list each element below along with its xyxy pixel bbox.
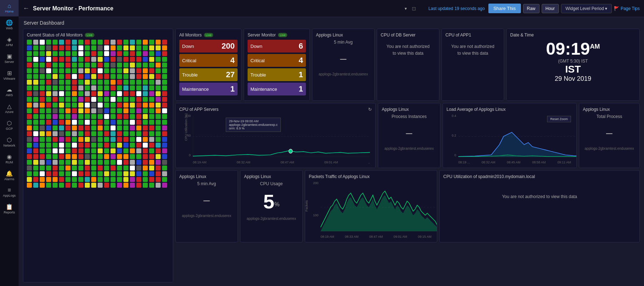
status-dot[interactable] xyxy=(98,45,103,50)
status-dot[interactable] xyxy=(136,171,141,176)
status-dot[interactable] xyxy=(162,120,167,125)
status-dot[interactable] xyxy=(53,166,58,171)
status-dot[interactable] xyxy=(130,114,135,119)
status-dot[interactable] xyxy=(123,63,128,68)
status-dot[interactable] xyxy=(40,103,45,108)
status-dot[interactable] xyxy=(136,143,141,148)
status-dot[interactable] xyxy=(98,97,103,102)
status-dot[interactable] xyxy=(149,63,154,68)
status-dot[interactable] xyxy=(72,91,77,96)
status-dot[interactable] xyxy=(78,183,83,188)
status-dot[interactable] xyxy=(65,45,70,50)
status-dot[interactable] xyxy=(104,40,109,45)
sidebar-item-reports[interactable]: 📋 Reports xyxy=(0,201,19,217)
status-dot[interactable] xyxy=(91,40,96,45)
status-dot[interactable] xyxy=(104,137,109,142)
status-dot[interactable] xyxy=(162,148,167,153)
status-dot[interactable] xyxy=(149,68,154,73)
status-dot[interactable] xyxy=(162,63,167,68)
status-dot[interactable] xyxy=(143,103,148,108)
status-dot[interactable] xyxy=(72,125,77,130)
status-dot[interactable] xyxy=(78,143,83,148)
srv-critical-row[interactable]: Critical 4 xyxy=(248,54,306,67)
status-dot[interactable] xyxy=(78,177,83,182)
status-dot[interactable] xyxy=(162,171,167,176)
status-dot[interactable] xyxy=(33,148,38,153)
status-dot[interactable] xyxy=(78,51,83,56)
status-dot[interactable] xyxy=(123,97,128,102)
status-dot[interactable] xyxy=(136,40,141,45)
status-dot[interactable] xyxy=(46,51,51,56)
sidebar-item-network[interactable]: ⬡ Network xyxy=(0,134,19,151)
status-dot[interactable] xyxy=(149,45,154,50)
sidebar-item-home[interactable]: ⌂ Home xyxy=(0,0,19,16)
status-dot[interactable] xyxy=(33,68,38,73)
status-dot[interactable] xyxy=(156,166,161,171)
status-dot[interactable] xyxy=(46,160,51,165)
status-dot[interactable] xyxy=(59,114,64,119)
status-dot[interactable] xyxy=(162,40,167,45)
status-dot[interactable] xyxy=(53,108,58,113)
status-dot[interactable] xyxy=(78,120,83,125)
status-dot[interactable] xyxy=(136,57,141,62)
status-dot[interactable] xyxy=(111,97,116,102)
status-dot[interactable] xyxy=(130,120,135,125)
status-dot[interactable] xyxy=(65,148,70,153)
status-dot[interactable] xyxy=(72,154,77,159)
status-dot[interactable] xyxy=(59,148,64,153)
status-dot[interactable] xyxy=(33,143,38,148)
status-dot[interactable] xyxy=(91,160,96,165)
status-dot[interactable] xyxy=(53,171,58,176)
status-dot[interactable] xyxy=(111,103,116,108)
status-dot[interactable] xyxy=(117,108,122,113)
status-dot[interactable] xyxy=(123,131,128,136)
status-dot[interactable] xyxy=(65,40,70,45)
status-dot[interactable] xyxy=(149,177,154,182)
status-dot[interactable] xyxy=(117,68,122,73)
status-dot[interactable] xyxy=(136,103,141,108)
status-dot[interactable] xyxy=(123,91,128,96)
status-dot[interactable] xyxy=(123,143,128,148)
status-dot[interactable] xyxy=(59,97,64,102)
status-dot[interactable] xyxy=(98,120,103,125)
status-dot[interactable] xyxy=(85,160,90,165)
status-dot[interactable] xyxy=(143,74,148,79)
status-dot[interactable] xyxy=(130,125,135,130)
all-critical-row[interactable]: Critical 4 xyxy=(179,54,238,67)
status-dot[interactable] xyxy=(72,103,77,108)
status-dot[interactable] xyxy=(143,114,148,119)
status-dot[interactable] xyxy=(72,143,77,148)
status-dot[interactable] xyxy=(130,97,135,102)
status-dot[interactable] xyxy=(143,183,148,188)
status-dot[interactable] xyxy=(117,148,122,153)
status-dot[interactable] xyxy=(162,103,167,108)
status-dot[interactable] xyxy=(104,80,109,85)
share-button[interactable]: Share This xyxy=(488,4,521,13)
status-dot[interactable] xyxy=(98,125,103,130)
status-dot[interactable] xyxy=(162,80,167,85)
status-dot[interactable] xyxy=(91,125,96,130)
status-dot[interactable] xyxy=(149,103,154,108)
hour-button[interactable]: Hour xyxy=(542,4,559,13)
status-dot[interactable] xyxy=(72,40,77,45)
status-dot[interactable] xyxy=(117,120,122,125)
status-dot[interactable] xyxy=(59,57,64,62)
status-dot[interactable] xyxy=(156,120,161,125)
status-dot[interactable] xyxy=(46,57,51,62)
status-dot[interactable] xyxy=(156,148,161,153)
status-dot[interactable] xyxy=(143,63,148,68)
status-dot[interactable] xyxy=(143,45,148,50)
status-dot[interactable] xyxy=(78,131,83,136)
status-dot[interactable] xyxy=(85,143,90,148)
status-dot[interactable] xyxy=(78,148,83,153)
status-dot[interactable] xyxy=(46,125,51,130)
status-dot[interactable] xyxy=(130,45,135,50)
status-dot[interactable] xyxy=(53,68,58,73)
status-dot[interactable] xyxy=(27,80,32,85)
status-dot[interactable] xyxy=(33,183,38,188)
status-dot[interactable] xyxy=(156,68,161,73)
status-dot[interactable] xyxy=(156,97,161,102)
status-dot[interactable] xyxy=(156,137,161,142)
status-dot[interactable] xyxy=(123,74,128,79)
status-dot[interactable] xyxy=(46,91,51,96)
